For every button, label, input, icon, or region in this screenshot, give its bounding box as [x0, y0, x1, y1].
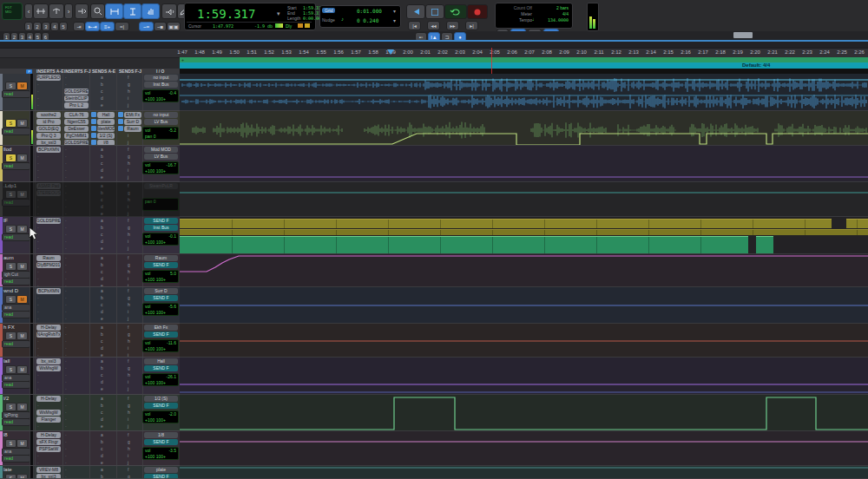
send-empty-slot[interactable]: e	[101, 460, 103, 465]
insert-empty-slot[interactable]: ·	[37, 276, 39, 281]
io-output-button[interactable]: SEND F	[144, 331, 178, 338]
insert-empty-slot[interactable]: ·	[65, 239, 67, 244]
insert-empty-slot[interactable]: ·	[65, 309, 67, 314]
insert-empty-slot[interactable]: ·	[37, 204, 39, 209]
solo-button[interactable]: S	[5, 82, 16, 90]
insert-empty-slot[interactable]: ·	[65, 269, 67, 274]
meter-ruler[interactable]: Default: 4/4	[180, 62, 868, 69]
send-empty-slot[interactable]: e	[101, 316, 103, 321]
send-empty-slot[interactable]: f	[128, 325, 128, 330]
send-empty-slot[interactable]: h	[128, 232, 130, 237]
trimmer-tool-button[interactable]	[105, 3, 123, 19]
solo-button[interactable]: S	[5, 474, 16, 479]
send-empty-slot[interactable]: e	[101, 423, 103, 429]
io-input-button[interactable]: Ekh Fx	[144, 325, 178, 331]
track-lane-5[interactable]	[180, 217, 868, 254]
send-empty-slot[interactable]: h	[128, 269, 130, 274]
io-input-button[interactable]: no input	[144, 112, 178, 118]
send-empty-slot[interactable]: j	[128, 423, 128, 429]
io-output-button[interactable]: LV Bus	[144, 119, 178, 125]
send-empty-slot[interactable]: j	[128, 246, 128, 251]
insert-empty-slot[interactable]: ·	[37, 154, 39, 159]
automation-mode-selector[interactable]: read	[2, 233, 30, 241]
tempo-meter-display[interactable]: Count Off 2 bars Meter 4/4 Tempo ♩ 134.0…	[495, 3, 573, 29]
send-button[interactable]: Surr D	[124, 119, 141, 125]
insert-empty-slot[interactable]: ·	[65, 288, 67, 293]
send-empty-slot[interactable]: i	[128, 453, 128, 458]
automation-line[interactable]	[180, 397, 868, 430]
solo-button[interactable]: S	[5, 225, 16, 233]
io-input-button[interactable]: Mod MOD	[144, 147, 178, 153]
send-empty-slot[interactable]: h	[128, 446, 130, 451]
zoom-horizontal-icon[interactable]	[33, 3, 49, 19]
send-empty-slot[interactable]: d	[101, 417, 103, 422]
io-input-button[interactable]: plate	[144, 467, 178, 473]
insert-button[interactable]: BCPbXMN	[36, 147, 61, 153]
send-empty-slot[interactable]: h	[128, 197, 130, 202]
io-input-button[interactable]: 1/8	[144, 432, 178, 438]
send-empty-slot[interactable]: a	[101, 218, 103, 223]
send-empty-slot[interactable]: i	[128, 309, 128, 314]
scroll-playback-button[interactable]: ~■	[154, 22, 167, 31]
main-counter-display[interactable]: 1:59.317 ▾ Start 1:59.317 End 1:59.317 L…	[184, 3, 316, 30]
send-empty-slot[interactable]: h	[128, 410, 130, 415]
solo-button[interactable]: S	[5, 154, 16, 162]
solo-button[interactable]: S	[5, 295, 16, 304]
insert-empty-slot[interactable]: ·	[65, 432, 67, 437]
insert-empty-slot[interactable]: ·	[65, 372, 67, 377]
send-empty-slot[interactable]: g	[128, 154, 130, 159]
send-empty-slot[interactable]: c	[101, 197, 103, 202]
insert-button[interactable]: DeEsser	[64, 126, 89, 132]
insert-empty-slot[interactable]: ·	[37, 386, 39, 391]
io-input-button[interactable]: Raum	[144, 255, 178, 261]
insert-empty-slot[interactable]: ·	[65, 225, 67, 230]
send-empty-slot[interactable]: f	[128, 147, 128, 152]
send-empty-slot[interactable]: e	[101, 211, 103, 216]
vol-pan-display[interactable]: vol-5.2pan 0	[142, 127, 179, 140]
send-empty-slot[interactable]: g	[128, 331, 130, 337]
send-empty-slot[interactable]: h	[128, 161, 130, 166]
send-empty-slot[interactable]: i	[128, 204, 128, 209]
zoom-preset-1[interactable]: 1	[24, 22, 33, 31]
send-empty-slot[interactable]: f	[128, 183, 128, 188]
insert-button[interactable]: Raum	[36, 255, 61, 261]
insert-empty-slot[interactable]: ·	[65, 467, 67, 472]
mirror-midi-button[interactable]: ▣▣	[167, 22, 181, 31]
track-lane-9[interactable]	[180, 358, 868, 395]
insert-empty-slot[interactable]: ·	[65, 82, 67, 87]
insert-empty-slot[interactable]: ·	[65, 386, 67, 391]
automation-mode-selector[interactable]: read	[2, 311, 30, 318]
insert-empty-slot[interactable]: ·	[37, 338, 39, 344]
insert-empty-slot[interactable]: ·	[37, 161, 39, 166]
track-name[interactable]: lF	[3, 218, 8, 223]
send-empty-slot[interactable]: b	[101, 439, 103, 444]
insert-empty-slot[interactable]: ·	[37, 102, 39, 108]
vol-pan-display[interactable]: vol-5.6+100 100+	[142, 303, 179, 316]
zoom-toggle-icon[interactable]: ⇥	[73, 22, 85, 31]
automation-mode-selector[interactable]: read	[2, 381, 30, 389]
vol-pan-display[interactable]: vol-26.1+100 100+	[142, 373, 179, 386]
zoom-vertical-icon[interactable]	[49, 3, 64, 19]
send-empty-slot[interactable]: a	[101, 75, 103, 80]
insert-empty-slot[interactable]: ·	[65, 302, 67, 307]
send-empty-slot[interactable]: f	[128, 432, 128, 437]
mute-button[interactable]: M	[16, 154, 28, 162]
insert-empty-slot[interactable]: ·	[65, 154, 67, 159]
automation-mode-selector[interactable]: read	[2, 199, 30, 207]
insert-empty-slot[interactable]: ·	[65, 331, 67, 337]
send-empty-slot[interactable]: c	[101, 269, 103, 274]
send-empty-slot[interactable]: f	[128, 75, 128, 80]
send-empty-slot[interactable]: e	[101, 386, 103, 391]
insert-button[interactable]: soothe2	[36, 112, 61, 118]
send-empty-slot[interactable]: a	[101, 358, 103, 364]
insert-button[interactable]: CLA-76	[64, 112, 89, 118]
track-header-11[interactable]: l8SManareadH-Delay·afsFX Flngr·bgPSPSatW…	[0, 431, 180, 466]
insert-empty-slot[interactable]: ·	[37, 379, 39, 384]
track-lane-4[interactable]	[180, 182, 868, 217]
solo-button[interactable]: S	[5, 190, 16, 199]
send-empty-slot[interactable]: g	[128, 82, 130, 87]
insert-empty-slot[interactable]: ·	[37, 309, 39, 314]
insert-empty-slot[interactable]: ·	[65, 403, 67, 408]
insert-button[interactable]: WsMsgW	[36, 410, 61, 416]
send-empty-slot[interactable]: j	[128, 140, 128, 145]
